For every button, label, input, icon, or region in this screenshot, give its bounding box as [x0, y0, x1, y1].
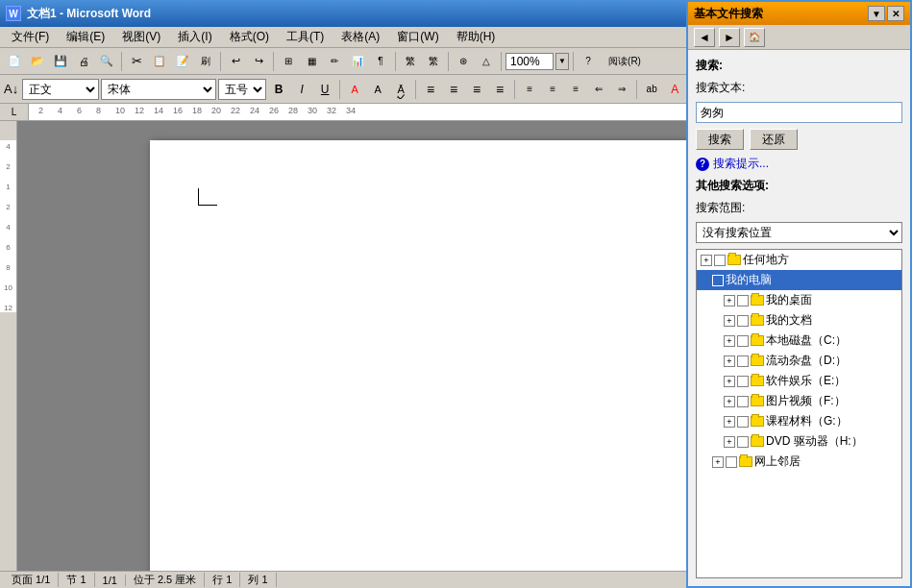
font-select[interactable]: 宋体: [101, 79, 216, 100]
check-mycomputer[interactable]: [712, 275, 724, 286]
decrease-indent-btn[interactable]: ⇐: [588, 79, 609, 100]
menu-file[interactable]: 文件(F): [4, 27, 57, 47]
numbering-btn[interactable]: ≡: [565, 79, 586, 100]
format-painter-button[interactable]: 刷: [195, 51, 216, 72]
check-anywhere[interactable]: [714, 255, 726, 266]
new-button[interactable]: 📄: [4, 51, 25, 72]
translate-button[interactable]: 繁: [423, 51, 444, 72]
check-localc[interactable]: [737, 335, 749, 347]
tree-item-mycomputer[interactable]: 我的电脑: [697, 270, 901, 290]
menu-format[interactable]: 格式(O): [222, 27, 277, 47]
expand-localc[interactable]: +: [724, 335, 735, 347]
menu-insert[interactable]: 插入(I): [170, 27, 219, 47]
expand-removable[interactable]: +: [724, 355, 735, 367]
fmt-sep-3: [514, 80, 515, 99]
copy-button[interactable]: 📋: [149, 51, 170, 72]
check-mydesktop[interactable]: [737, 295, 749, 306]
tree-item-software[interactable]: + 软件娱乐（E:）: [697, 371, 901, 391]
check-video[interactable]: [737, 396, 749, 407]
insert-diagram-button[interactable]: ⊛: [453, 51, 474, 72]
tree-item-dvd[interactable]: + DVD 驱动器（H:）: [697, 431, 901, 452]
expand-dvd[interactable]: +: [724, 436, 735, 448]
expand-software[interactable]: +: [724, 376, 735, 387]
search-text-input[interactable]: [696, 102, 902, 123]
bold-button[interactable]: B: [268, 79, 289, 100]
tree-item-mydesktop[interactable]: + 我的桌面: [697, 290, 901, 310]
tree-item-video[interactable]: + 图片视频（F:）: [697, 391, 901, 411]
draw-table-button[interactable]: ✏: [324, 51, 345, 72]
font-shadow-btn[interactable]: Ā: [390, 79, 411, 100]
paste-button[interactable]: 📝: [172, 51, 193, 72]
check-software[interactable]: [737, 376, 749, 387]
expand-courseware[interactable]: +: [724, 416, 735, 428]
ruler-corner[interactable]: L: [0, 104, 29, 121]
check-network[interactable]: [726, 456, 737, 468]
menu-help[interactable]: 帮助(H): [449, 27, 504, 47]
document-page[interactable]: [150, 140, 765, 573]
check-courseware[interactable]: [737, 416, 749, 428]
folder-anywhere: [727, 255, 741, 265]
check-mydocs[interactable]: [737, 315, 749, 327]
cut-button[interactable]: ✂: [126, 51, 147, 72]
align-center-btn[interactable]: ≡: [443, 79, 464, 100]
increase-indent-btn[interactable]: ⇒: [611, 79, 632, 100]
panel-close-button[interactable]: ✕: [887, 6, 904, 21]
expand-network[interactable]: +: [712, 456, 724, 468]
redo-button[interactable]: ↪: [248, 51, 269, 72]
undo-button[interactable]: ↩: [225, 51, 246, 72]
print-button[interactable]: 🖨: [73, 51, 94, 72]
borders-btn[interactable]: ab: [641, 79, 662, 100]
panel-menu-button[interactable]: ▼: [868, 6, 885, 21]
tree-item-anywhere[interactable]: + 任何地方: [697, 250, 901, 270]
tree-item-mydocs[interactable]: + 我的文档: [697, 310, 901, 331]
help-button[interactable]: ?: [578, 51, 599, 72]
menu-view[interactable]: 视图(V): [114, 27, 168, 47]
menu-tools[interactable]: 工具(T): [279, 27, 332, 47]
restore-button[interactable]: 还原: [750, 129, 798, 150]
tree-item-localc[interactable]: + 本地磁盘（C:）: [697, 331, 901, 351]
menu-window[interactable]: 窗口(W): [389, 27, 446, 47]
align-right-btn[interactable]: ≡: [466, 79, 487, 100]
back-button[interactable]: ◄: [694, 28, 715, 47]
search-tip[interactable]: ? 搜索提示...: [696, 156, 902, 172]
status-at-line: 位于 2.5 厘米: [126, 573, 205, 587]
expand-mydocs[interactable]: +: [724, 315, 735, 327]
font-color-btn[interactable]: A: [344, 79, 365, 100]
insert-excel-button[interactable]: 📊: [347, 51, 368, 72]
expand-video[interactable]: +: [724, 396, 735, 407]
menu-edit[interactable]: 编辑(E): [59, 27, 112, 47]
tree-item-removable[interactable]: + 流动杂盘（D:）: [697, 351, 901, 371]
tree-item-courseware[interactable]: + 课程材料（G:）: [697, 411, 901, 431]
expand-anywhere[interactable]: +: [701, 255, 712, 266]
zoom-button[interactable]: 繁: [400, 51, 421, 72]
size-select[interactable]: 五号: [218, 79, 266, 100]
search-button[interactable]: 搜索: [696, 129, 744, 150]
preview-button[interactable]: 🔍: [96, 51, 117, 72]
insert-table-button[interactable]: ⊞: [278, 51, 299, 72]
save-button[interactable]: 💾: [50, 51, 71, 72]
italic-button[interactable]: I: [291, 79, 312, 100]
check-removable[interactable]: [737, 355, 749, 367]
style-select[interactable]: 正文: [22, 79, 99, 100]
home-button[interactable]: 🏠: [744, 28, 765, 47]
zoom-dropdown-button[interactable]: ▼: [555, 53, 569, 70]
underline-button[interactable]: U: [314, 79, 335, 100]
forward-button[interactable]: ►: [719, 28, 740, 47]
highlight-btn[interactable]: A: [664, 79, 685, 100]
align-left-btn[interactable]: ≡: [420, 79, 441, 100]
insert-drawing-button[interactable]: △: [476, 51, 497, 72]
read-button[interactable]: 阅读(R): [601, 51, 649, 72]
tree-item-network[interactable]: + 网上邻居: [697, 452, 901, 472]
menu-table[interactable]: 表格(A): [333, 27, 387, 47]
expand-mydesktop[interactable]: +: [724, 295, 735, 306]
line-spacing-btn[interactable]: ≡: [519, 79, 540, 100]
check-dvd[interactable]: [737, 436, 749, 448]
scope-dropdown[interactable]: 没有搜索位置: [696, 222, 902, 243]
zoom-value: 100%: [505, 53, 554, 70]
columns-button[interactable]: ▦: [301, 51, 322, 72]
bullet-btn[interactable]: ≡: [542, 79, 563, 100]
font-highlight-btn[interactable]: A: [367, 79, 388, 100]
align-justify-btn[interactable]: ≡: [489, 79, 510, 100]
open-button[interactable]: 📂: [27, 51, 48, 72]
show-hide-button[interactable]: ¶: [370, 51, 391, 72]
